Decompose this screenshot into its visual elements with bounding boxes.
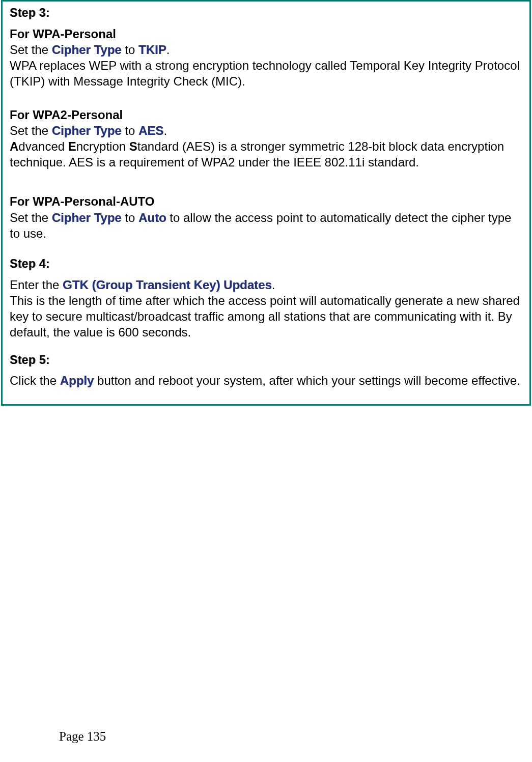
text: dvanced: [18, 139, 68, 153]
step-4-line1: Enter the GTK (Group Transient Key) Upda…: [10, 277, 522, 293]
text: Click the: [10, 374, 60, 387]
text: Set the: [10, 124, 52, 137]
wpa-personal-set-line: Set the Cipher Type to TKIP.: [10, 42, 522, 58]
wpa-personal-heading: For WPA-Personal: [10, 26, 522, 42]
text: .: [166, 43, 170, 57]
content-box: Step 3: For WPA-Personal Set the Cipher …: [1, 0, 531, 406]
gtk-updates-term: GTK (Group Transient Key) Updates: [63, 278, 272, 292]
wpa-personal-auto-heading: For WPA-Personal-AUTO: [10, 193, 522, 209]
text: to: [122, 211, 138, 224]
cipher-type-keyword: Cipher Type: [52, 211, 122, 224]
wpa-personal-auto-set-line: Set the Cipher Type to Auto to allow the…: [10, 210, 522, 241]
text: button and reboot your system, after whi…: [94, 374, 520, 387]
tkip-term: TKIP: [138, 43, 166, 57]
text: ncryption: [76, 139, 129, 153]
wpa2-personal-heading: For WPA2-Personal: [10, 107, 522, 123]
wpa2-personal-set-line: Set the Cipher Type to AES.: [10, 123, 522, 138]
initial-s: S: [129, 139, 137, 153]
wpa-personal-desc: WPA replaces WEP with a strong encryptio…: [10, 58, 522, 89]
step-4-desc: This is the length of time after which t…: [10, 293, 522, 341]
apply-term: Apply: [60, 374, 94, 387]
text: Set the: [10, 43, 52, 57]
text: to: [122, 124, 138, 137]
cipher-type-keyword: Cipher Type: [52, 43, 122, 57]
step-3-label: Step 3:: [10, 6, 522, 21]
text: Enter the: [10, 278, 63, 292]
step-4-label: Step 4:: [10, 257, 522, 272]
initial-e: E: [68, 139, 76, 153]
text: to: [122, 43, 138, 57]
initial-a: A: [10, 139, 18, 153]
step-5-label: Step 5:: [10, 353, 522, 368]
text: Set the: [10, 211, 52, 224]
cipher-type-keyword: Cipher Type: [52, 124, 122, 137]
auto-term: Auto: [138, 211, 166, 224]
text: .: [163, 124, 167, 137]
page-number: Page 135: [59, 729, 106, 744]
step-5-line1: Click the Apply button and reboot your s…: [10, 373, 522, 388]
text: .: [272, 278, 275, 292]
aes-term: AES: [138, 124, 163, 137]
wpa2-personal-desc: Advanced Encryption Standard (AES) is a …: [10, 138, 522, 170]
